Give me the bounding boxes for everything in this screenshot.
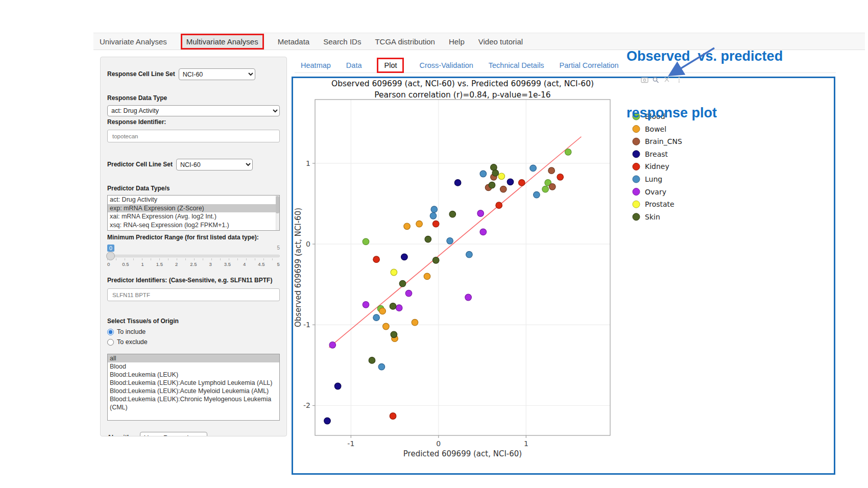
option-blood[interactable]: Blood xyxy=(108,362,279,371)
x-tick-label-0: 0 xyxy=(436,440,441,448)
tab-data[interactable]: Data xyxy=(346,61,362,69)
slider-value-badge: 0 xyxy=(107,245,114,252)
scatter-point-ovary xyxy=(480,229,487,235)
tissue-include-radio[interactable] xyxy=(107,329,114,335)
scatter-point-lung xyxy=(480,170,487,177)
predictor-identifiers-input[interactable] xyxy=(107,288,280,301)
nav-item-metadata[interactable]: Metadata xyxy=(278,37,310,46)
plot-title: Observed 609699 (act, NCI-60) vs. Predic… xyxy=(331,79,594,88)
slider-track[interactable] xyxy=(107,255,280,257)
nav-item-search-ids[interactable]: Search IDs xyxy=(323,37,361,46)
scatter-point-skin xyxy=(489,182,495,188)
tab-heatmap[interactable]: Heatmap xyxy=(301,61,331,69)
option-xsq-rna-seq-expression-log2-fpkm-1[interactable]: xsq: RNA-seq Expression (log2 FPKM+1.) xyxy=(108,221,279,230)
scatter-point-ovary xyxy=(396,305,402,311)
min-predictor-range-slider[interactable]: 0 5 00.511.522.533.544.55 xyxy=(107,245,280,268)
scatter-point-kidney xyxy=(519,180,525,186)
annotation-arrow-icon xyxy=(661,45,722,79)
legend-item-prostate[interactable]: Prostate xyxy=(633,200,674,208)
tissue-exclude-radio[interactable] xyxy=(107,339,114,346)
legend-item-skin[interactable]: Skin xyxy=(633,213,660,221)
legend-label-breast: Breast xyxy=(645,150,668,158)
slider-label-0-5: 0.5 xyxy=(122,261,129,267)
nav-item-video-tutorial[interactable]: Video tutorial xyxy=(478,37,523,46)
response-cell-line-set-label: Response Cell Line Set xyxy=(107,70,175,78)
legend-item-kidney[interactable]: Kidney xyxy=(633,162,669,170)
legend-marker-lung xyxy=(633,176,640,183)
slider-handle[interactable] xyxy=(106,252,115,260)
scatter-point-kidney xyxy=(496,202,502,209)
tissue-listbox[interactable]: allBloodBlood:Leukemia (LEUK)Blood:Leuke… xyxy=(107,354,280,421)
scatter-point-skin xyxy=(425,236,431,242)
scrollbar[interactable] xyxy=(276,196,279,230)
algorithm-label: Algorithm xyxy=(107,434,136,436)
analysis-form-panel: Response Cell Line Set NCI-60 Response D… xyxy=(100,57,287,436)
slider-ticks xyxy=(107,258,280,260)
nav-item-tcga-distribution[interactable]: TCGA distribution xyxy=(375,37,435,46)
legend-item-ovary[interactable]: Ovary xyxy=(633,188,666,196)
scatter-point-breast xyxy=(401,254,408,260)
tab-plot[interactable]: Plot xyxy=(377,58,404,73)
scatter-point-blood xyxy=(565,149,571,156)
scatter-point-kidney xyxy=(557,174,564,181)
scatter-point-ovary xyxy=(363,302,369,308)
scatter-point-skin xyxy=(390,303,396,310)
legend-item-lung[interactable]: Lung xyxy=(633,175,662,183)
option-blood-leukemia-leuk[interactable]: Blood:Leukemia (LEUK) xyxy=(108,371,279,379)
response-cell-line-set-select[interactable]: NCI-60 xyxy=(179,68,255,80)
legend-marker-skin xyxy=(633,213,640,221)
option-blood-leukemia-leuk-chronic-myelogenous-[interactable]: Blood:Leukemia (LEUK):Chronic Myelogenou… xyxy=(108,395,279,411)
option-act-drug-activity[interactable]: act: Drug Activity xyxy=(108,196,279,204)
option-all[interactable]: all xyxy=(108,354,279,362)
legend-label-lung: Lung xyxy=(645,175,662,183)
scatter-point-ovary xyxy=(477,210,484,217)
predictor-data-types-listbox[interactable]: act: Drug Activityexp: mRNA Expression (… xyxy=(107,195,280,231)
y-tick-label-0: 0 xyxy=(306,240,310,248)
legend-marker-breast xyxy=(633,151,640,158)
predictor-cell-line-set-label: Predictor Cell Line Set xyxy=(107,161,173,168)
legend-label-ovary: Ovary xyxy=(645,188,666,196)
slider-label-4-5: 4.5 xyxy=(258,261,264,267)
response-identifier-label: Response Identifier: xyxy=(107,118,280,126)
scatter-point-lung xyxy=(373,314,380,321)
slider-label-1-5: 1.5 xyxy=(156,261,163,267)
nav-item-help[interactable]: Help xyxy=(449,37,465,46)
predictor-cell-line-set-select[interactable]: NCI-60 xyxy=(176,159,253,170)
nav-item-univariate-analyses[interactable]: Univariate Analyses xyxy=(100,37,167,46)
algorithm-select[interactable]: Linear Regression xyxy=(140,432,207,436)
slider-label-5: 5 xyxy=(277,261,280,267)
scatter-point-bowel xyxy=(383,323,390,330)
result-tabs: HeatmapDataPlotCross-ValidationTechnical… xyxy=(301,57,619,74)
response-data-type-select[interactable]: act: Drug Activity xyxy=(107,105,280,116)
scatter-point-prostate xyxy=(391,269,397,276)
x-axis-title: Predicted 609699 (act, NCI-60) xyxy=(403,449,522,458)
x-tick-label--1: -1 xyxy=(347,440,354,448)
legend-item-breast[interactable]: Breast xyxy=(633,150,668,158)
page: { "annotation": { "line1": "Observed vs.… xyxy=(0,0,868,488)
y-tick-label--2: -2 xyxy=(303,401,310,409)
option-xai-mrna-expression-avg-log2-int[interactable]: xai: mRNA Expression (Avg. log2 Int.) xyxy=(108,212,279,221)
scatter-point-ovary xyxy=(329,342,336,349)
response-identifier-input[interactable] xyxy=(107,130,280,142)
slider-label-2: 2 xyxy=(175,261,178,267)
tissue-include-radio-row[interactable]: To include xyxy=(107,328,280,335)
y-axis-title: Observed 609699 (act, NCI-60) xyxy=(294,208,303,327)
legend-marker-kidney xyxy=(633,163,640,170)
tab-cross-validation[interactable]: Cross-Validation xyxy=(419,61,473,69)
nav-item-multivariate-analyses[interactable]: Multivariate Analyses xyxy=(181,34,264,50)
scatter-point-lung xyxy=(534,191,540,198)
scatter-point-lung xyxy=(447,238,453,245)
scatter-point-skin xyxy=(369,357,375,364)
tissue-origin-label: Select Tissue/s of Origin xyxy=(107,318,280,325)
predictor-identifiers-label: Predictor Identifiers: (Case-Sensitive, … xyxy=(107,276,280,285)
tissue-include-label: To include xyxy=(117,328,146,335)
slider-label-2-5: 2.5 xyxy=(190,261,197,267)
option-blood-leukemia-leuk-acute-myeloid-leukem[interactable]: Blood:Leukemia (LEUK):Acute Myeloid Leuk… xyxy=(108,387,279,395)
scatter-point-breast xyxy=(507,179,514,185)
scatter-point-kidney xyxy=(373,256,380,263)
option-exp-mrna-expression-z-score[interactable]: exp: mRNA Expression (Z-Score) xyxy=(108,204,279,213)
option-blood-leukemia-leuk-acute-lymphoid-leuke[interactable]: Blood:Leukemia (LEUK):Acute Lymphoid Leu… xyxy=(108,379,279,387)
tissue-exclude-radio-row[interactable]: To exclude xyxy=(107,338,280,346)
tab-partial-correlation[interactable]: Partial Correlation xyxy=(560,61,619,69)
tab-technical-details[interactable]: Technical Details xyxy=(489,61,544,69)
